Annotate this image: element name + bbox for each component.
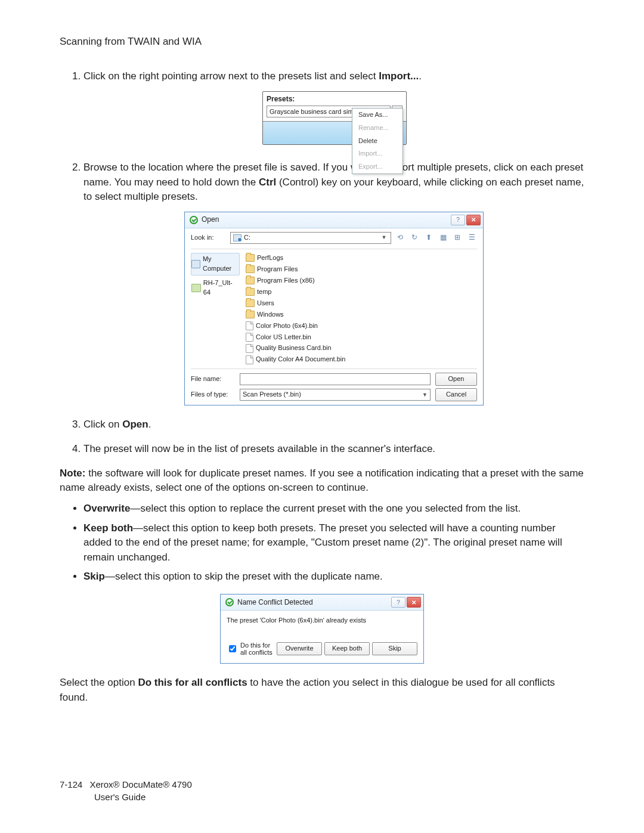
nav-refresh-icon[interactable]: ↻ [409,233,420,243]
bullet-skip-bold: Skip [83,571,105,582]
folder-icon [246,254,255,262]
section-heading: Scanning from TWAIN and WIA [60,36,584,48]
final-paragraph: Select the option Do this for all confli… [60,676,584,705]
step-3: Click on Open. [83,417,584,432]
lookin-label: Look in: [191,233,227,243]
file-icon [246,333,253,342]
view-list-icon[interactable]: ☰ [466,233,477,243]
step-3-text-a: Click on [83,419,122,430]
step-1: Click on the right pointing arrow next t… [83,69,584,148]
footer-line1: Xerox® DocuMate® 4790 [89,779,191,789]
bullet-skip: Skip—select this option to skip the pres… [83,569,584,584]
file-item[interactable]: Quality Business Card.bin [244,343,477,354]
filename-input[interactable] [240,373,431,385]
sidebar-item-label: My Computer [203,255,239,274]
sidebar-item-label: RH-7_Ult-64 [203,278,239,298]
file-icon [246,344,253,353]
file-item[interactable]: Windows [244,309,477,320]
open-dialog: Open ? ✕ Look in: C: [184,212,484,405]
file-item[interactable]: Program Files [244,264,477,275]
file-item-label: Color US Letter.bin [256,333,311,342]
nc-overwrite-button[interactable]: Overwrite [277,642,322,655]
name-conflict-dialog: Name Conflict Detected ? ✕ The preset 'C… [220,594,424,664]
filetype-value: Scan Presets (*.bin) [243,390,301,400]
step-list: Click on the right pointing arrow next t… [60,69,584,457]
sidebar-rh7[interactable]: RH-7_Ult-64 [191,277,240,299]
nav-new-folder-icon[interactable]: ▦ [438,233,448,243]
bullet-overwrite-bold: Overwrite [83,503,130,514]
cancel-button[interactable]: Cancel [435,388,477,401]
view-icons-icon[interactable]: ⊞ [452,233,463,243]
check-icon [190,216,198,224]
file-icon [246,355,253,364]
nav-up-icon[interactable]: ⬆ [423,233,434,243]
close-button[interactable]: ✕ [466,215,481,225]
menu-export: Export... [352,160,402,174]
footer-line2: User's Guide [94,791,145,803]
bullet-list: Overwrite—select this option to replace … [60,501,584,584]
folder-icon [246,299,255,307]
nc-check-label: Do this for all conflicts [240,642,274,656]
note-paragraph: Note: the software will look for duplica… [60,466,584,496]
bullet-overwrite: Overwrite—select this option to replace … [83,501,584,516]
step-4: The preset will now be in the list of pr… [83,442,584,457]
file-item[interactable]: Users [244,298,477,309]
filetype-label: Files of type: [191,390,235,400]
nc-titlebar: Name Conflict Detected ? ✕ [221,594,423,611]
file-item[interactable]: Quality Color A4 Document.bin [244,354,477,365]
nc-checkbox[interactable] [229,645,236,652]
menu-import: Import... [352,147,402,160]
help-button[interactable]: ? [391,597,405,608]
sidebar-my-computer[interactable]: My Computer [191,253,240,275]
page-number: 7-124 [60,778,82,791]
nc-keep-both-button[interactable]: Keep both [324,642,370,655]
bullet-overwrite-text: —select this option to replace the curre… [130,503,521,514]
presets-title: Presets: [267,94,402,104]
final-bold: Do this for all conflicts [138,677,247,688]
filename-label: File name: [191,374,235,384]
step-4-text: The preset will now be in the list of pr… [83,443,435,454]
lookin-select[interactable]: C: ▼ [230,232,391,244]
step-3-text-b: . [148,419,151,430]
bullet-keep: Keep both—select this option to keep bot… [83,521,584,565]
note-text: the software will look for duplicate pre… [60,467,584,494]
close-button[interactable]: ✕ [407,597,421,608]
file-item-label: Quality Business Card.bin [256,343,332,353]
bullet-skip-text: —select this option to skip the preset w… [105,571,383,582]
presets-figure: Presets: Grayscale business card simplex… [262,91,405,148]
menu-delete[interactable]: Delete [352,135,402,148]
drive-icon [233,234,242,241]
menu-save-as[interactable]: Save As... [352,109,402,122]
menu-rename: Rename... [352,122,402,135]
bullet-keep-bold: Keep both [83,522,133,534]
folder-icon [246,277,255,284]
nc-skip-button[interactable]: Skip [372,642,417,655]
nav-back-icon[interactable]: ⟲ [395,233,405,243]
file-item[interactable]: Color Photo (6x4).bin [244,321,477,332]
file-item-label: Users [257,299,274,308]
help-button[interactable]: ? [451,215,465,225]
file-item[interactable]: Program Files (x86) [244,275,477,286]
note-bold: Note: [60,467,85,479]
file-list: PerfLogsProgram FilesProgram Files (x86)… [244,253,477,365]
page-footer: 7-124Xerox® DocuMate® 4790 User's Guide [60,778,192,803]
bullet-keep-text: —select this option to keep both presets… [83,522,562,563]
file-icon [246,321,253,330]
computer-icon [191,260,200,268]
nc-do-for-all[interactable]: Do this for all conflicts [227,642,274,656]
open-button[interactable]: Open [435,373,477,386]
page: Scanning from TWAIN and WIA Click on the… [0,0,644,833]
open-sidebar: My Computer RH-7_Ult-64 [191,253,240,365]
lookin-value: C: [244,233,250,243]
file-item-label: Color Photo (6x4).bin [256,321,318,331]
open-dialog-title: Open [202,215,219,225]
file-item-label: Program Files [257,265,298,274]
file-item[interactable]: temp [244,287,477,298]
folder-icon [246,288,255,296]
file-item[interactable]: Color US Letter.bin [244,332,477,343]
folder-icon [246,265,255,273]
folder-icon [191,284,201,292]
filetype-select[interactable]: Scan Presets (*.bin) [240,389,431,401]
step-2: Browse to the location where the preset … [83,160,584,405]
file-item[interactable]: PerfLogs [244,253,477,264]
